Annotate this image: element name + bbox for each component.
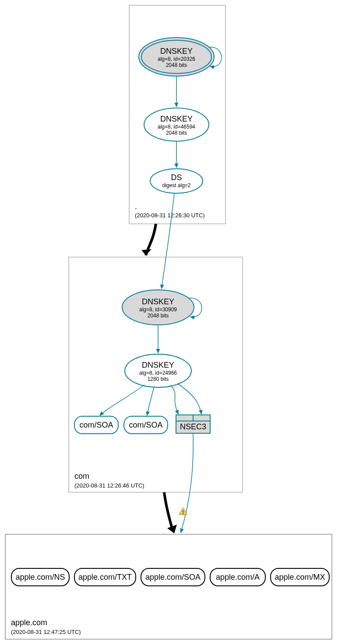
svg-text:2048 bits: 2048 bits <box>166 62 187 68</box>
edge-nsec3-to-apple <box>181 433 193 533</box>
com-dnskey-zsk: DNSKEY alg=8, id=24966 1280 bits <box>125 354 191 387</box>
apple-mx: apple.com/MX <box>271 568 329 586</box>
edge-com-zsk-to-soa1 <box>100 385 144 415</box>
svg-text:apple.com/MX: apple.com/MX <box>275 573 325 581</box>
svg-text:DNSKEY: DNSKEY <box>160 115 193 123</box>
zone-name-root: . <box>135 202 137 211</box>
svg-text:alg=8, id=46594: alg=8, id=46594 <box>158 124 195 130</box>
edge-root-to-com-delegation-arrowhead <box>141 249 151 255</box>
svg-text:com/SOA: com/SOA <box>129 421 162 429</box>
svg-text:apple.com/A: apple.com/A <box>216 573 260 581</box>
edge-com-zsk-to-soa2 <box>147 387 154 415</box>
apple-ns: apple.com/NS <box>11 568 69 586</box>
edge-com-zsk-to-nsec3b <box>177 383 201 414</box>
edge-ds-to-com-ksk <box>162 193 174 289</box>
svg-text:DNSKEY: DNSKEY <box>160 47 193 56</box>
warning-icon: ! <box>179 508 187 515</box>
svg-text:apple.com/TXT: apple.com/TXT <box>78 573 132 581</box>
svg-text:2048 bits: 2048 bits <box>148 313 169 319</box>
com-dnskey-ksk: DNSKEY alg=8, id=30909 2048 bits <box>122 290 194 325</box>
edge-com-zsk-to-nsec3a <box>171 385 178 414</box>
svg-text:DS: DS <box>171 173 182 182</box>
svg-text:!: ! <box>182 509 184 515</box>
svg-text:digest alg=2: digest alg=2 <box>162 182 190 188</box>
svg-text:apple.com/NS: apple.com/NS <box>15 573 65 581</box>
svg-text:alg=8, id=24966: alg=8, id=24966 <box>139 370 177 376</box>
zone-timestamp-com: (2020-08-31 12:26:46 UTC) <box>74 482 144 489</box>
root-dnskey-zsk: DNSKEY alg=8, id=46594 2048 bits <box>144 108 209 141</box>
zone-name-apple: apple.com <box>11 618 47 627</box>
zone-box-apple <box>5 534 332 639</box>
svg-text:alg=8, id=30909: alg=8, id=30909 <box>139 306 177 313</box>
dnssec-diagram: . (2020-08-31 12:26:30 UTC) DNSKEY alg=8… <box>0 0 338 644</box>
apple-txt: apple.com/TXT <box>74 568 136 586</box>
svg-text:alg=8, id=20326: alg=8, id=20326 <box>158 56 195 62</box>
root-dnskey-ksk: DNSKEY alg=8, id=20326 2048 bits <box>139 38 214 76</box>
com-nsec3: NSEC3 <box>176 415 210 433</box>
apple-a: apple.com/A <box>210 568 265 586</box>
edge-com-to-apple-delegation <box>164 492 172 528</box>
com-soa-2: com/SOA <box>124 416 168 434</box>
svg-text:apple.com/SOA: apple.com/SOA <box>145 573 201 581</box>
root-ds: DS digest alg=2 <box>150 169 203 193</box>
zone-name-com: com <box>74 472 89 480</box>
zone-timestamp-apple: (2020-08-31 12:47:25 UTC) <box>11 629 81 635</box>
apple-soa: apple.com/SOA <box>141 568 205 586</box>
svg-text:com/SOA: com/SOA <box>79 421 113 429</box>
svg-text:NSEC3: NSEC3 <box>180 422 206 431</box>
svg-text:2048 bits: 2048 bits <box>166 130 187 136</box>
svg-text:1280 bits: 1280 bits <box>148 376 169 382</box>
zone-timestamp-root: (2020-08-31 12:26:30 UTC) <box>135 212 205 219</box>
svg-text:DNSKEY: DNSKEY <box>142 361 174 369</box>
svg-text:DNSKEY: DNSKEY <box>142 297 174 306</box>
com-soa-1: com/SOA <box>74 416 118 434</box>
